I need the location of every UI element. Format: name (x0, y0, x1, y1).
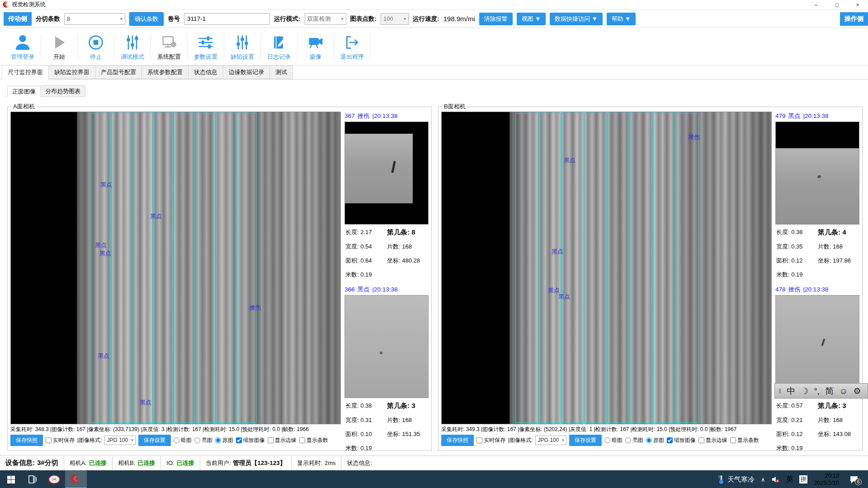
show-edge-checkbox[interactable] (698, 437, 704, 443)
roll-number-input[interactable] (184, 13, 270, 25)
defect-settings-button[interactable]: 缺陷设置 (224, 33, 260, 61)
log-record-button[interactable]: 日志记录 (261, 33, 297, 61)
taskbar: ✂ 天气寒冷 ∧ 英 拼 20:13 (0, 470, 868, 488)
image-format-select[interactable]: JPG 100▾ (104, 436, 135, 445)
moon-icon[interactable]: ☽ (801, 387, 808, 395)
hidden-icons-button[interactable]: ∧ (761, 476, 765, 483)
show-strips-checkbox[interactable] (730, 437, 736, 443)
chart-points-select[interactable]: 100 ▾ (381, 13, 409, 25)
inspection-app-taskbar-button[interactable] (65, 470, 87, 488)
maximize-button[interactable]: □ (826, 0, 847, 9)
show-strips-checkbox[interactable] (299, 437, 305, 443)
stop-button[interactable]: 停止 (78, 33, 114, 61)
bright-image-label: 亮图 (202, 436, 212, 444)
debug-mode-button[interactable]: 调试模式 (114, 33, 151, 61)
realtime-save-label: 实时保存 (53, 436, 75, 444)
dark-image-radio[interactable] (604, 437, 610, 443)
tab-system-param-config[interactable]: 系统参数配置 (142, 66, 189, 79)
ime-language-toggle[interactable]: 中 (787, 387, 795, 395)
weather-widget[interactable]: 天气寒冷 (718, 474, 755, 484)
strip-box (515, 113, 538, 423)
tool-label: 开始 (53, 53, 65, 61)
dark-image-radio[interactable] (174, 437, 179, 443)
drive-side-button[interactable]: 传动侧 (4, 12, 32, 26)
defect-card-header: 366黑点|20:13:38 (344, 285, 429, 295)
tab-product-model-config[interactable]: 产品型号配置 (95, 66, 142, 79)
view-menu-button[interactable]: 视图 ▼ (517, 13, 546, 25)
zoom-image-checkbox[interactable] (236, 437, 242, 443)
ime-settings-gear-icon[interactable]: ⚙ (854, 387, 861, 395)
original-image-radio[interactable] (215, 437, 221, 443)
connected-status: 已连接 (89, 459, 107, 467)
start-menu-button[interactable] (0, 470, 22, 488)
defect-thumbnail (344, 122, 429, 225)
task-view-button[interactable] (22, 470, 43, 488)
minimize-button[interactable]: – (806, 0, 826, 9)
bright-image-radio[interactable] (625, 437, 631, 443)
defect-card[interactable]: 479黑点|20:13:38 长度: 0.38 第几条: 4 宽度: 0.35 … (775, 112, 859, 279)
defect-type: 挫伤 (788, 286, 801, 293)
defect-card[interactable]: 366黑点|20:13:38 长度: 0.38 第几条: 3 宽度: 0.31 … (344, 285, 429, 452)
save-settings-button[interactable]: 保存设置 (138, 435, 171, 446)
exit-program-button[interactable]: 退出程序 (334, 33, 370, 61)
stat-coord: 坐标: 197.86 (818, 257, 859, 265)
app-logo-icon (71, 474, 81, 484)
bright-image-radio[interactable] (194, 437, 200, 443)
zoom-image-checkbox[interactable] (667, 437, 673, 443)
tab-status-info[interactable]: 状态信息 (189, 66, 223, 79)
language-indicator[interactable]: 英 (786, 475, 793, 484)
tab-size-monitor[interactable]: 尺寸监控界面 (2, 65, 49, 80)
emoji-button[interactable]: ☺ (839, 387, 848, 395)
defect-stats: 长度: 0.38 第几条: 4 宽度: 0.35 片数: 168 面积: 0.1… (775, 225, 859, 279)
drag-handle[interactable]: ‖ (778, 387, 781, 395)
defect-time: |20:13:38 (373, 286, 398, 293)
thumb-material-region (776, 296, 859, 398)
defect-card[interactable]: 478挫伤|20:13:38 长度: 0.57 第几条: 3 宽度: 0.21 … (775, 285, 859, 452)
ime-toolbar: ‖ 中 ☽ °, 简 ☺ ⚙ (774, 383, 868, 399)
run-mode-select[interactable]: 双面检测 ▾ (305, 13, 346, 25)
stat-meters: 米数: 0.19 (776, 444, 818, 452)
parameter-settings-button[interactable]: 参数设置 (188, 33, 224, 61)
subtab-trend-chart[interactable]: 分布趋势图表 (41, 85, 85, 97)
admin-login-button[interactable]: 管理登录 (5, 33, 41, 61)
defect-card[interactable]: 367挫伤|20:13:38 长度: 2.17 第几条: 8 宽度: 0.54 … (344, 112, 429, 279)
thumb-material-region (776, 148, 859, 224)
notification-center-button[interactable]: 6 (845, 475, 863, 483)
image-format-select[interactable]: JPG 100▾ (535, 436, 566, 445)
save-snapshot-button[interactable]: 保存快照 (441, 435, 474, 446)
camera-a-image: 黑点 黑点 黑点 黑点 挫伤 黑点 黑点 (10, 112, 341, 424)
tab-defect-monitor[interactable]: 缺陷监控界面 (49, 66, 95, 79)
stop-icon (87, 33, 105, 52)
snipping-tool-button[interactable]: ✂ (43, 470, 65, 488)
system-config-button[interactable]: 系统配置 (151, 33, 187, 61)
close-button[interactable]: × (847, 0, 868, 9)
tab-test[interactable]: 测试 (270, 66, 293, 79)
simplified-chinese-toggle[interactable]: 简 (825, 387, 834, 395)
show-edge-checkbox[interactable] (268, 437, 274, 443)
tab-edge-data-record[interactable]: 边缘数据记录 (223, 66, 270, 79)
start-button[interactable]: 开始 (41, 33, 77, 61)
stat-pieces: 片数: 168 (387, 416, 428, 424)
slit-count-select[interactable]: 8 ▾ (64, 13, 125, 25)
clear-alarm-button[interactable]: 清除报警 (479, 13, 513, 25)
realtime-save-checkbox[interactable] (46, 437, 52, 443)
clock[interactable]: 20:13 2025/2/10 (814, 472, 839, 487)
original-image-radio[interactable] (646, 437, 652, 443)
help-menu-button[interactable]: 帮助 ▼ (607, 13, 636, 25)
realtime-save-label: 实时保存 (484, 436, 505, 444)
save-snapshot-button[interactable]: 保存快照 (10, 435, 43, 446)
windows-logo-icon (7, 476, 15, 483)
show-strips-label: 显示条数 (307, 436, 328, 444)
confirm-count-button[interactable]: 确认条数 (129, 12, 164, 26)
volume-button[interactable] (771, 476, 779, 483)
capture-button[interactable]: 摄像 (297, 33, 334, 61)
subtab-front-image[interactable]: 正面图像 (7, 86, 41, 98)
ime-mode-button[interactable]: 拼 (799, 475, 807, 483)
strip-box (236, 113, 257, 423)
operator-side-button[interactable]: 操作侧 (840, 12, 868, 26)
camera-b-column: 挫伤 黑点 黑点 黑点 黑点 采集耗时: 349.3 |图像计数: 167 |像… (441, 112, 772, 446)
quick-access-menu-button[interactable]: 数据快捷访问 ▼ (550, 13, 602, 25)
punctuation-toggle[interactable]: °, (814, 387, 820, 395)
save-settings-button[interactable]: 保存设置 (569, 435, 602, 446)
realtime-save-checkbox[interactable] (476, 437, 482, 443)
